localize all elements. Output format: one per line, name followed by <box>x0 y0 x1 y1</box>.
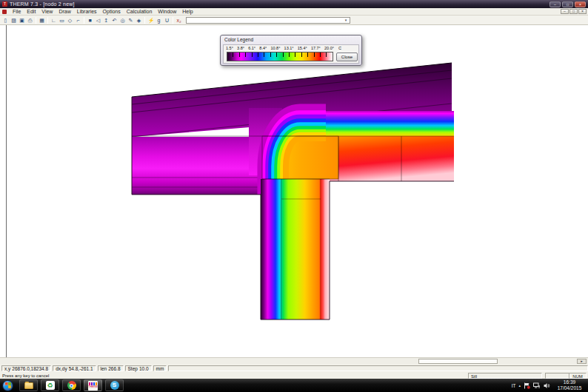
taskbar-item-chrome[interactable] <box>62 379 81 391</box>
menu-bar: File Edit View Draw Libraries Options Ca… <box>0 8 588 16</box>
xy-label: x,y <box>4 366 10 371</box>
dxdy-label: dx,dy <box>56 366 67 371</box>
menu-help[interactable]: Help <box>179 8 196 16</box>
child-minimize-button[interactable]: – <box>561 9 569 14</box>
dialog-title: Color Legend <box>221 36 361 43</box>
color-legend-dialog[interactable]: Color Legend 1.5° 3.8° 6.1° 8.4° 10.8° 1… <box>220 35 362 66</box>
menu-window[interactable]: Window <box>155 8 179 16</box>
toolbar-separator <box>36 17 36 24</box>
dxdy-coordinates: dx,dy54.8,-261.1 <box>53 365 96 371</box>
move-polygon-button[interactable]: ◁ <box>95 16 102 24</box>
legend-tick-labels: 1.5° 3.8° 6.1° 8.4° 10.8° 13.1° 15.4° 17… <box>226 46 334 50</box>
units-readout: mm <box>153 365 167 371</box>
menu-file[interactable]: File <box>10 8 24 16</box>
taskbar-item-therm-active[interactable]: THERM <box>84 379 102 391</box>
network-icon[interactable] <box>533 382 541 389</box>
file-open-button[interactable]: ▨ <box>10 16 18 24</box>
tick-label: 8.4° <box>259 46 267 50</box>
gravity-vector-button[interactable]: g <box>156 16 163 24</box>
step-label: Step <box>128 366 138 371</box>
show-results-button[interactable]: x₂ <box>176 16 183 24</box>
legend-close-button[interactable]: Close <box>336 53 358 61</box>
print-button[interactable]: ⎙ <box>27 16 34 24</box>
windows-logo-icon <box>5 382 11 388</box>
insert-point-button[interactable]: ↥ <box>103 16 110 24</box>
drawing-canvas[interactable]: Color Legend 1.5° 3.8° 6.1° 8.4° 10.8° 1… <box>0 25 588 357</box>
draw-polygon-button[interactable]: ◇ <box>67 16 74 24</box>
menu-libraries[interactable]: Libraries <box>74 8 100 16</box>
menu-edit[interactable]: Edit <box>24 8 39 16</box>
speaker-icon[interactable] <box>544 382 550 389</box>
taskbar-item-recycle[interactable]: ♻ <box>41 379 59 391</box>
menu-draw[interactable]: Draw <box>56 8 73 16</box>
gradient-tick-marks <box>227 53 333 57</box>
system-tray: IT ▴ 16:39 17/04/2015 <box>512 379 588 391</box>
tick-label: 20.0° <box>324 46 334 50</box>
taskbar-item-skype[interactable]: S <box>105 379 124 391</box>
fill-void-button[interactable]: ■ <box>87 16 94 24</box>
tick-label: 3.8° <box>237 46 244 50</box>
length-readout: len266.8 <box>98 365 124 371</box>
results-combobox[interactable]: ▾ <box>186 17 350 24</box>
maximize-button[interactable]: □ <box>562 1 573 7</box>
scrollbar-thumb[interactable] <box>418 359 498 364</box>
len-label: len <box>101 366 107 371</box>
status-spacer <box>168 365 588 371</box>
xy-value: 26876.0,18234.8 <box>12 366 48 371</box>
child-restore-button[interactable]: □ <box>569 9 578 14</box>
draw-boundary-button[interactable]: ⌐ <box>75 16 82 24</box>
windows-taskbar: ♻ THERM S IT ▴ <box>0 379 588 392</box>
horizontal-scrollbar[interactable]: ▸ <box>0 357 588 364</box>
title-bar: T THERM 7.3 - [nodo 2 new] – □ × <box>0 0 588 8</box>
component-name: Sill <box>468 373 542 379</box>
skype-icon: S <box>110 381 119 390</box>
u-factor-button[interactable]: U <box>164 16 171 24</box>
file-save-button[interactable]: ▣ <box>19 16 26 24</box>
folder-icon <box>24 382 33 389</box>
close-button[interactable]: × <box>575 1 586 7</box>
window-title: THERM 7.3 - [nodo 2 new] <box>10 1 549 7</box>
tick-label: 15.4° <box>298 46 307 50</box>
start-button[interactable] <box>2 380 13 391</box>
unit-label: mm <box>156 366 164 371</box>
tick-label: 10.8° <box>270 46 280 50</box>
material-library-button[interactable]: ▦ <box>39 16 46 24</box>
tick-label: 6.1° <box>248 46 255 50</box>
status-bar-message: Press any key to cancel Sill NUM <box>0 372 588 379</box>
taskbar-clock[interactable]: 16:39 17/04/2015 <box>553 379 586 391</box>
therm-app-icon: THERM <box>88 381 98 391</box>
toolbar-separator <box>84 17 84 24</box>
draw-polyline-button[interactable]: ∟ <box>50 16 58 24</box>
undo-button[interactable]: ↶ <box>111 16 118 24</box>
toolbar-separator <box>144 17 145 24</box>
status-spacer <box>545 373 570 379</box>
minimize-button[interactable]: – <box>549 1 561 7</box>
zoom-button[interactable]: ◎ <box>119 16 127 24</box>
chevron-down-icon[interactable]: ▾ <box>343 18 349 23</box>
calculate-button[interactable]: ⚡ <box>147 16 155 24</box>
child-close-button[interactable]: × <box>578 9 587 14</box>
toolbar-separator <box>173 17 173 24</box>
xy-coordinates: x,y26876.0,18234.8 <box>1 365 51 371</box>
menu-calculation[interactable]: Calculation <box>124 8 156 16</box>
therm-application-window: T THERM 7.3 - [nodo 2 new] – □ × File Ed… <box>0 0 588 392</box>
taskbar-item-explorer[interactable] <box>19 379 38 391</box>
tick-label: 1.5° <box>226 46 233 50</box>
menu-view[interactable]: View <box>39 8 56 16</box>
action-center-flag-icon[interactable] <box>524 382 530 389</box>
step-value: 10.0 <box>139 366 149 371</box>
menu-options[interactable]: Options <box>100 8 124 16</box>
tape-measure-button[interactable]: ◈ <box>136 16 143 24</box>
dxdy-value: 54.8,-261.1 <box>69 366 93 371</box>
status-bar-coordinates: x,y26876.0,18234.8 dx,dy54.8,-261.1 len2… <box>0 364 588 372</box>
tick-label: 13.1° <box>284 46 294 50</box>
language-indicator[interactable]: IT <box>512 383 516 388</box>
tick-label: 17.7° <box>311 46 321 50</box>
temperature-gradient-bar <box>227 52 333 61</box>
file-new-button[interactable]: ▯ <box>2 16 10 24</box>
hidden-icons-chevron[interactable]: ▴ <box>518 383 521 388</box>
draw-tool-button[interactable]: ✎ <box>127 16 135 24</box>
draw-rectangle-button[interactable]: ▭ <box>59 16 66 24</box>
legend-body: 1.5° 3.8° 6.1° 8.4° 10.8° 13.1° 15.4° 17… <box>223 44 359 64</box>
scroll-right-button[interactable]: ▸ <box>577 359 587 364</box>
